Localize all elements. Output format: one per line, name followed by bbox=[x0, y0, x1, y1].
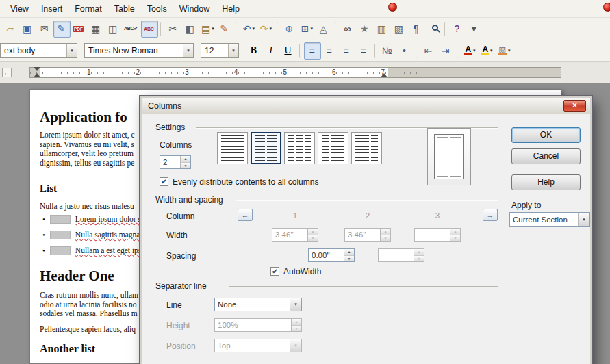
background-color-icon[interactable]: ▧▾ bbox=[496, 42, 513, 60]
save-icon[interactable]: ▣ bbox=[19, 21, 36, 38]
chevron-down-icon[interactable] bbox=[228, 44, 238, 57]
chevron-down-icon[interactable] bbox=[578, 213, 589, 226]
font-name-combo[interactable]: Times New Roman bbox=[84, 43, 194, 58]
left-indent-marker[interactable] bbox=[34, 73, 40, 77]
menu-insert[interactable]: Insert bbox=[35, 1, 68, 16]
menu-tools[interactable]: Tools bbox=[141, 1, 173, 16]
edit-file-icon[interactable]: ✎ bbox=[53, 21, 71, 38]
autospellcheck-icon[interactable]: ABC bbox=[141, 21, 158, 38]
spin-down-icon[interactable] bbox=[380, 235, 390, 242]
ok-button[interactable]: OK bbox=[511, 127, 581, 143]
numbered-list-icon[interactable]: № bbox=[379, 42, 396, 60]
line-style-dropdown[interactable]: None bbox=[214, 298, 302, 311]
chevron-down-icon[interactable] bbox=[290, 339, 301, 352]
increase-indent-icon[interactable]: ⇥ bbox=[437, 42, 455, 60]
previous-column-button[interactable]: ← bbox=[238, 209, 253, 221]
spacing-spinner-1[interactable]: 0.00" bbox=[308, 248, 355, 262]
cancel-button[interactable]: Cancel bbox=[511, 148, 581, 164]
horizontal-ruler[interactable]: ⌐ 1234567 bbox=[0, 62, 610, 83]
spin-up-icon[interactable] bbox=[414, 249, 424, 255]
print-icon[interactable]: ▦ bbox=[88, 21, 105, 38]
undo-icon[interactable]: ↶▾ bbox=[240, 21, 257, 38]
next-column-button[interactable]: → bbox=[483, 209, 498, 221]
decrease-indent-icon[interactable]: ⇤ bbox=[420, 42, 437, 60]
dialog-titlebar[interactable]: Columns bbox=[142, 98, 590, 114]
spin-down-icon[interactable] bbox=[450, 235, 460, 242]
spin-up-icon[interactable] bbox=[344, 249, 354, 255]
preset-one-column[interactable] bbox=[217, 132, 248, 164]
underline-icon[interactable]: U bbox=[280, 42, 297, 60]
paragraph-style-combo[interactable]: ext body bbox=[0, 43, 77, 58]
right-indent-marker[interactable] bbox=[381, 73, 387, 77]
italic-icon[interactable]: I bbox=[263, 42, 280, 60]
preset-three-columns[interactable] bbox=[284, 132, 315, 164]
bullet-list-icon[interactable]: • bbox=[396, 42, 414, 60]
copy-icon[interactable]: ◧ bbox=[182, 21, 199, 38]
spin-down-icon[interactable] bbox=[180, 162, 190, 169]
menu-window[interactable]: Window bbox=[173, 1, 216, 16]
toolbar-options-icon[interactable]: ▾ bbox=[466, 21, 483, 38]
align-center-icon[interactable]: ≡ bbox=[321, 42, 338, 60]
align-left-icon[interactable]: ≡ bbox=[304, 42, 321, 60]
spin-down-icon[interactable] bbox=[291, 325, 301, 332]
chevron-down-icon[interactable] bbox=[183, 44, 193, 57]
email-icon[interactable]: ✉ bbox=[36, 21, 53, 38]
menu-view[interactable]: View bbox=[4, 1, 35, 16]
justify-icon[interactable]: ≡ bbox=[355, 42, 372, 60]
width-spinner-3[interactable] bbox=[414, 228, 461, 242]
redo-icon[interactable]: ↷▾ bbox=[257, 21, 275, 38]
width-spinner-1[interactable]: 3.46" bbox=[272, 228, 318, 242]
autowidth-checkbox[interactable] bbox=[270, 267, 279, 276]
columns-count-spinner[interactable]: 2 bbox=[160, 155, 191, 169]
align-right-icon[interactable]: ≡ bbox=[338, 42, 355, 60]
export-pdf-icon[interactable]: PDF bbox=[71, 21, 88, 38]
preset-two-columns[interactable] bbox=[251, 132, 281, 164]
zoom-icon[interactable] bbox=[425, 21, 442, 38]
spin-down-icon[interactable] bbox=[414, 255, 424, 262]
width-spinner-2[interactable]: 3.46" bbox=[344, 228, 391, 242]
spin-up-icon[interactable] bbox=[450, 229, 460, 235]
gallery-icon[interactable]: ▥ bbox=[374, 21, 391, 38]
data-sources-icon[interactable]: ▨ bbox=[391, 21, 408, 38]
spin-up-icon[interactable] bbox=[307, 229, 318, 235]
evenly-distribute-checkbox[interactable] bbox=[160, 177, 168, 186]
page-preview-icon[interactable]: ◫ bbox=[105, 21, 122, 38]
close-button[interactable]: × bbox=[563, 100, 586, 112]
spin-up-icon[interactable] bbox=[380, 229, 390, 235]
font-color-icon[interactable]: A▾ bbox=[461, 42, 479, 60]
apply-to-dropdown[interactable]: Current Section bbox=[509, 212, 590, 227]
hyperlink-icon[interactable]: ⊕ bbox=[281, 21, 298, 38]
format-paintbrush-icon[interactable]: ✎ bbox=[216, 21, 233, 38]
highlighting-icon[interactable]: A▾ bbox=[479, 42, 496, 60]
spin-down-icon[interactable] bbox=[307, 235, 318, 242]
menu-table[interactable]: Table bbox=[108, 1, 141, 16]
bold-icon[interactable]: B bbox=[246, 42, 263, 60]
column-row-label: Column bbox=[166, 211, 194, 221]
menu-help[interactable]: Help bbox=[216, 1, 246, 16]
navigator-icon[interactable]: ★ bbox=[357, 21, 374, 38]
open-icon[interactable]: ▱ bbox=[2, 21, 19, 38]
draw-functions-icon[interactable]: ◬ bbox=[316, 21, 333, 38]
spacing-spinner-2[interactable] bbox=[378, 248, 424, 262]
chevron-down-icon[interactable] bbox=[66, 44, 77, 57]
table-icon[interactable]: ⊞▾ bbox=[298, 21, 316, 38]
preset-left-narrow[interactable] bbox=[318, 132, 348, 164]
spin-up-icon[interactable] bbox=[291, 319, 301, 325]
spellcheck-icon[interactable]: ABC✔ bbox=[122, 21, 141, 38]
spin-down-icon[interactable] bbox=[344, 255, 354, 262]
find-replace-icon[interactable]: ∞ bbox=[340, 21, 357, 38]
height-spinner[interactable]: 100% bbox=[214, 318, 302, 332]
cut-icon[interactable]: ✂ bbox=[165, 21, 182, 38]
formatting-marks-icon[interactable]: ¶ bbox=[408, 21, 425, 38]
position-dropdown[interactable]: Top bbox=[214, 339, 302, 352]
help-button[interactable]: Help bbox=[511, 174, 581, 190]
chevron-down-icon[interactable] bbox=[290, 298, 301, 311]
preset-right-narrow[interactable] bbox=[351, 132, 382, 164]
font-size-combo[interactable]: 12 bbox=[201, 43, 239, 58]
tab-stop-selector[interactable]: ⌐ bbox=[2, 68, 12, 77]
spin-up-icon[interactable] bbox=[180, 156, 190, 162]
menu-format[interactable]: Format bbox=[68, 1, 108, 16]
paste-icon[interactable]: ▤▾ bbox=[199, 21, 216, 38]
first-line-indent-marker[interactable] bbox=[34, 67, 40, 71]
help-icon[interactable]: ? bbox=[449, 21, 466, 38]
